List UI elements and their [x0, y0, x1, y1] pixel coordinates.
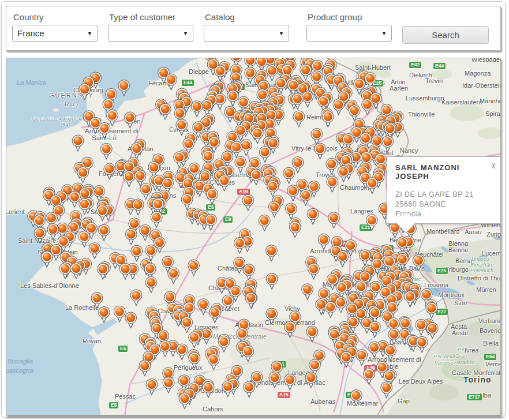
address-line: ZI DE LA GARE BP 21 — [395, 190, 494, 200]
field-product-group: Product group ▼ — [306, 12, 392, 42]
filter-toolbar: Country France ▼ Type of customer ▼ Cata… — [6, 6, 501, 51]
catalog-select[interactable]: ▼ — [204, 25, 289, 42]
country-select[interactable]: France ▼ — [12, 25, 98, 42]
close-icon[interactable]: X — [491, 162, 496, 170]
jersey-island — [65, 116, 72, 120]
pushpin-info-popup: SARL MANZONI JOSEPH X ZI DE LA GARE BP 2… — [387, 156, 501, 224]
chevron-down-icon: ▼ — [381, 31, 387, 36]
field-country: Country France ▼ — [12, 12, 98, 42]
field-catalog: Catalog ▼ — [204, 12, 289, 42]
popup-address: ZI DE LA GARE BP 21 25660 SAONE Francia — [387, 181, 501, 219]
app-window: Country France ▼ Type of customer ▼ Cata… — [1, 1, 506, 418]
customer-type-select[interactable]: ▼ — [108, 25, 193, 42]
country-value: France — [17, 28, 44, 38]
guernsey-island — [53, 108, 59, 112]
address-line: 25660 SAONE — [395, 200, 494, 209]
chevron-down-icon: ▼ — [183, 31, 188, 36]
search-button[interactable]: Search — [402, 26, 489, 44]
chevron-down-icon: ▼ — [87, 31, 92, 36]
popup-title: SARL MANZONI JOSEPH — [387, 157, 501, 181]
country-label: Country — [13, 12, 98, 22]
product-group-label: Product group — [308, 12, 392, 22]
map-base-layer — [6, 58, 501, 415]
field-customer-type: Type of customer ▼ — [108, 12, 193, 42]
map-canvas[interactable]: La ManicaBiscagliaGuascognaGUERNSEY(RU)I… — [6, 58, 501, 415]
chevron-down-icon: ▼ — [279, 31, 284, 36]
product-group-select[interactable]: ▼ — [306, 25, 392, 42]
catalog-label: Catalog — [205, 12, 289, 22]
customer-type-label: Type of customer — [109, 12, 193, 22]
